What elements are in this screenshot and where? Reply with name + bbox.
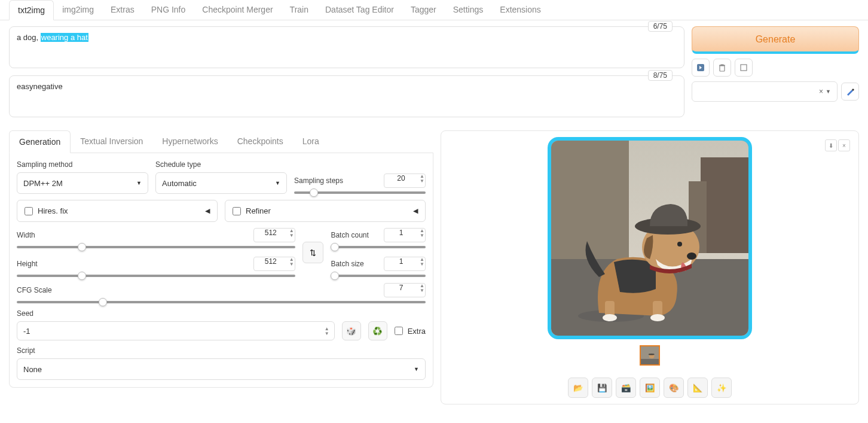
send-img2img-button[interactable]: 🖼️ bbox=[640, 378, 660, 398]
refiner-expand-icon: ◀ bbox=[413, 207, 418, 215]
sampling-method-label: Sampling method bbox=[17, 160, 148, 169]
prompt-input[interactable]: a dog, wearing a hat bbox=[9, 26, 684, 68]
swap-dimensions-button[interactable]: ⇅ bbox=[302, 242, 324, 263]
subtab-lora[interactable]: Lora bbox=[293, 130, 329, 153]
zip-button[interactable]: 🗃️ bbox=[616, 378, 636, 398]
negative-prompt-input[interactable]: easynegative bbox=[9, 75, 684, 117]
tab-extensions[interactable]: Extensions bbox=[491, 0, 549, 20]
height-slider[interactable] bbox=[17, 275, 295, 277]
seed-label: Seed bbox=[17, 309, 426, 318]
open-folder-button[interactable]: 📂 bbox=[568, 378, 588, 398]
width-slider[interactable] bbox=[17, 246, 295, 248]
schedule-label: Schedule type bbox=[155, 160, 287, 169]
hires-checkbox[interactable] bbox=[25, 207, 33, 215]
tab-extras[interactable]: Extras bbox=[102, 0, 143, 20]
tab-settings[interactable]: Settings bbox=[445, 0, 492, 20]
random-seed-button[interactable]: 🎲 bbox=[342, 321, 361, 340]
svg-point-11 bbox=[650, 314, 665, 321]
batch-count-slider[interactable] bbox=[331, 246, 426, 248]
interrogate-button[interactable] bbox=[692, 59, 710, 77]
upscale-button[interactable]: ✨ bbox=[711, 378, 732, 398]
steps-label: Sampling steps bbox=[294, 176, 343, 185]
svg-rect-1 bbox=[741, 65, 747, 71]
svg-point-14 bbox=[677, 242, 682, 247]
generate-button[interactable]: Generate bbox=[692, 26, 859, 54]
prompt-token-count: 6/75 bbox=[648, 21, 673, 32]
download-icon[interactable]: ⬇ bbox=[825, 139, 837, 151]
refiner-panel[interactable]: Refiner ◀ bbox=[225, 200, 426, 222]
subtab-hypernetworks[interactable]: Hypernetworks bbox=[152, 130, 227, 153]
height-label: Height bbox=[17, 260, 38, 268]
steps-slider[interactable] bbox=[294, 191, 426, 194]
apply-style-button[interactable] bbox=[841, 83, 859, 101]
output-image[interactable] bbox=[548, 137, 752, 339]
save-button[interactable]: 💾 bbox=[592, 378, 612, 398]
hires-expand-icon: ◀ bbox=[205, 207, 210, 215]
script-label: Script bbox=[17, 346, 426, 355]
reuse-seed-button[interactable]: ♻️ bbox=[368, 321, 387, 340]
sampling-method-select[interactable]: DPM++ 2M▼ bbox=[17, 172, 148, 194]
tab-dataset-tag[interactable]: Dataset Tag Editor bbox=[317, 0, 402, 20]
output-actions: 📂 💾 🗃️ 🖼️ 🎨 📐 ✨ bbox=[568, 378, 732, 398]
extra-networks-button[interactable] bbox=[735, 59, 753, 77]
main-tabs: txt2img img2img Extras PNG Info Checkpoi… bbox=[0, 0, 868, 20]
tab-train[interactable]: Train bbox=[282, 0, 317, 20]
tab-checkpoint-merger[interactable]: Checkpoint Merger bbox=[194, 0, 281, 20]
cfg-slider[interactable] bbox=[17, 301, 426, 303]
hires-panel[interactable]: Hires. fix ◀ bbox=[17, 200, 218, 222]
generation-sub-tabs: Generation Textual Inversion Hypernetwor… bbox=[9, 130, 433, 153]
script-select[interactable]: None▼ bbox=[17, 358, 426, 380]
subtab-generation[interactable]: Generation bbox=[9, 130, 71, 153]
output-thumbnail[interactable] bbox=[640, 345, 660, 366]
batch-size-slider[interactable] bbox=[331, 275, 426, 277]
extra-checkbox[interactable] bbox=[395, 327, 403, 335]
batch-count-label: Batch count bbox=[331, 231, 368, 239]
send-extras-button[interactable]: 📐 bbox=[687, 378, 708, 398]
svg-rect-19 bbox=[641, 359, 659, 364]
seed-input[interactable]: -1▲▼ bbox=[17, 321, 335, 340]
refiner-checkbox[interactable] bbox=[233, 207, 241, 215]
output-panel: ⬇ × bbox=[441, 130, 859, 404]
svg-point-10 bbox=[603, 314, 617, 321]
svg-rect-3 bbox=[551, 141, 629, 265]
clear-button[interactable] bbox=[713, 59, 731, 77]
tab-pnginfo[interactable]: PNG Info bbox=[143, 0, 194, 20]
width-label: Width bbox=[17, 231, 35, 239]
tab-img2img[interactable]: img2img bbox=[54, 0, 102, 20]
subtab-textual-inversion[interactable]: Textual Inversion bbox=[71, 130, 152, 153]
svg-rect-4 bbox=[701, 157, 748, 253]
svg-point-13 bbox=[687, 252, 696, 260]
close-icon[interactable]: × bbox=[838, 139, 850, 151]
tab-txt2img[interactable]: txt2img bbox=[9, 0, 54, 20]
svg-point-18 bbox=[649, 354, 655, 355]
subtab-checkpoints[interactable]: Checkpoints bbox=[228, 130, 293, 153]
schedule-select[interactable]: Automatic▼ bbox=[155, 172, 287, 194]
tab-tagger[interactable]: Tagger bbox=[402, 0, 445, 20]
neg-token-count: 8/75 bbox=[648, 70, 673, 81]
cfg-label: CFG Scale bbox=[17, 286, 52, 294]
send-inpaint-button[interactable]: 🎨 bbox=[664, 378, 684, 398]
batch-size-label: Batch size bbox=[331, 260, 363, 268]
styles-select[interactable]: ×▼ bbox=[692, 81, 838, 102]
